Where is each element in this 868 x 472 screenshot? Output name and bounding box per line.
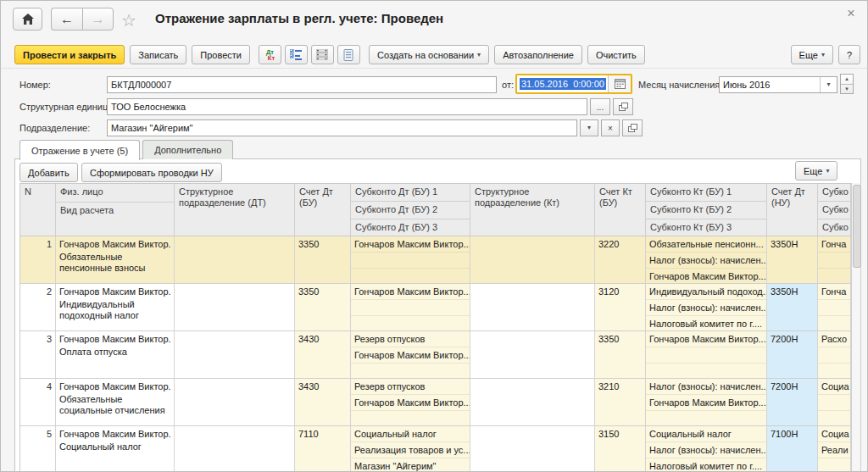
cell-person[interactable]: Гончаров Максим Виктор...Индивидуальный … [56, 284, 175, 331]
cell-account-kt-bu[interactable]: 3210 [595, 379, 646, 426]
cell-subconto-kt[interactable]: Обязательные пенсионн...Налог (взносы): … [646, 236, 767, 284]
cell-person[interactable]: Гончаров Максим Виктор...Обязательные пе… [56, 236, 175, 284]
cell-struct-dt[interactable] [175, 331, 295, 379]
close-icon[interactable]: × [843, 6, 859, 21]
cell-account-kt-bu[interactable]: 3150 [595, 426, 646, 472]
accrual-month-input[interactable]: Июнь 2016 ▾ [719, 76, 837, 93]
subconto-line [351, 315, 470, 330]
autofill-button[interactable]: Автозаполнение [494, 45, 582, 64]
report-document-button[interactable] [337, 45, 360, 64]
cell-account-dt-nu[interactable]: 3350Н [767, 236, 818, 284]
cell-account-kt-bu[interactable]: 3350 [595, 331, 646, 379]
table-row[interactable]: 3Гончаров Максим Виктор...Оплата отпуска… [20, 331, 851, 379]
help-button[interactable]: ? [838, 45, 860, 64]
table-row[interactable]: 1Гончаров Максим Виктор...Обязательные п… [20, 236, 851, 284]
month-dropdown-button[interactable]: ▾ [820, 77, 837, 92]
cell-line-number[interactable]: 1 [20, 236, 56, 284]
department-input[interactable]: Магазин "Айгерим" [107, 119, 577, 136]
cell-person[interactable]: Гончаров Максим Виктор...Оплата отпуска [56, 331, 175, 379]
date-input[interactable]: 31.05.2016 0:00:00 [517, 75, 608, 92]
accrual-month-value: Июнь 2016 [723, 80, 771, 90]
cell-subconto-nu[interactable]: СоциаРеали [818, 426, 851, 472]
cell-account-dt-nu[interactable]: 3350Н [767, 284, 818, 331]
cell-struct-dt[interactable] [175, 379, 295, 426]
cell-subconto-kt[interactable]: Гончаров Максим Виктор... [646, 331, 767, 379]
home-button[interactable] [13, 8, 42, 31]
list-icon [316, 49, 328, 60]
cell-subconto-nu[interactable]: Расхо [818, 331, 851, 379]
cell-struct-dt[interactable] [175, 284, 295, 331]
cell-account-dt-bu[interactable]: 3350 [295, 284, 351, 331]
create-based-on-button[interactable]: Создать на основании ▾ [369, 45, 489, 64]
cell-subconto-kt[interactable]: Индивидуальный подоход...Налог (взносы):… [646, 284, 767, 331]
cell-account-dt-bu[interactable]: 3430 [295, 379, 351, 426]
cell-account-kt-bu[interactable]: 3220 [595, 236, 646, 284]
header-subconto-dt: Субконто Дт (БУ) 1 Субконто Дт (БУ) 2 Су… [351, 184, 470, 236]
scrollbar-thumb[interactable] [853, 185, 861, 268]
cell-struct-dt[interactable] [175, 236, 295, 284]
form-nu-postings-button[interactable]: Сформировать проводки НУ [81, 163, 222, 182]
tab-bar: Отражение в учете (5) Дополнительно [19, 140, 233, 160]
structural-unit-input[interactable]: ТОО Белоснежка [107, 98, 587, 115]
cell-line-number[interactable]: 3 [20, 331, 56, 379]
back-button[interactable]: ← [51, 8, 82, 31]
cell-subconto-dt[interactable]: Резерв отпусковГончаров Максим Виктор... [351, 379, 470, 426]
favorite-star-icon[interactable]: ☆ [121, 10, 136, 31]
cell-subconto-dt[interactable]: Гончаров Максим Виктор... [351, 236, 470, 284]
cell-line-number[interactable]: 2 [20, 284, 56, 331]
cell-person[interactable]: Гончаров Максим Виктор...Обязательные со… [56, 379, 175, 426]
cell-struct-kt[interactable] [470, 236, 595, 284]
dt-kt-postings-button[interactable]: ДтКт [259, 45, 281, 64]
cell-line-number[interactable]: 5 [20, 426, 56, 472]
spin-up-button[interactable]: ▴ [841, 75, 853, 85]
cell-line-number[interactable]: 4 [20, 379, 56, 426]
structural-unit-open-button[interactable] [613, 98, 633, 115]
table-row[interactable]: 4Гончаров Максим Виктор...Обязательные с… [20, 379, 851, 426]
cell-account-dt-nu[interactable]: 7100Н [767, 426, 818, 472]
add-row-button[interactable]: Добавить [19, 163, 78, 182]
spin-down-button[interactable]: ▾ [841, 85, 853, 94]
cell-account-dt-bu[interactable]: 7110 [295, 426, 351, 472]
post-button[interactable]: Провести [192, 45, 250, 64]
cell-account-dt-nu[interactable]: 7200Н [767, 331, 818, 379]
cell-struct-kt[interactable] [470, 426, 595, 472]
vertical-scrollbar[interactable] [851, 183, 861, 472]
cell-account-dt-nu[interactable]: 7200Н [767, 379, 818, 426]
cell-subconto-dt[interactable]: Гончаров Максим Виктор... [351, 284, 470, 331]
cell-account-dt-bu[interactable]: 3350 [295, 236, 351, 284]
cell-person[interactable]: Гончаров Максим Виктор...Социальный нало… [56, 426, 175, 472]
list-view-button[interactable] [311, 45, 334, 64]
department-clear-button[interactable]: × [601, 119, 620, 136]
cell-subconto-kt[interactable]: Налог (взносы): начислен...Гончаров Макс… [646, 379, 767, 426]
calendar-button[interactable] [608, 75, 631, 92]
cell-subconto-nu[interactable]: Гонча [818, 284, 851, 331]
write-button[interactable]: Записать [130, 45, 186, 64]
cell-struct-kt[interactable] [470, 379, 595, 426]
structural-unit-choose-button[interactable]: ... [590, 98, 610, 115]
number-input[interactable]: БКТДЛ000007 [107, 76, 497, 93]
tab-additional[interactable]: Дополнительно [142, 140, 233, 159]
cell-struct-kt[interactable] [470, 331, 595, 379]
clear-button[interactable]: Очистить [587, 45, 645, 64]
grid-rows: 1Гончаров Максим Виктор...Обязательные п… [20, 236, 851, 472]
table-row[interactable]: 2Гончаров Максим Виктор...Индивидуальный… [20, 284, 851, 331]
posting-settings-button[interactable] [285, 45, 308, 64]
department-open-button[interactable] [622, 119, 643, 136]
cell-subconto-dt[interactable]: Социальный налогРеализация товаров и ус.… [351, 426, 470, 472]
department-dropdown-button[interactable]: ▾ [580, 119, 598, 136]
cell-struct-dt[interactable] [175, 426, 295, 472]
forward-button[interactable]: → [82, 8, 114, 31]
more-button[interactable]: Еще ▾ [791, 45, 833, 64]
cell-account-dt-bu[interactable]: 3430 [295, 331, 351, 379]
table-row[interactable]: 5Гончаров Максим Виктор...Социальный нал… [20, 426, 851, 472]
cell-account-kt-bu[interactable]: 3120 [595, 284, 646, 331]
post-and-close-button[interactable]: Провести и закрыть [14, 45, 125, 64]
cell-subconto-nu[interactable]: Социа [818, 379, 851, 426]
cell-struct-kt[interactable] [470, 284, 595, 331]
cell-subconto-nu[interactable]: Гонча [818, 236, 851, 284]
calc-type: Обязательные социальные отчисления [59, 394, 170, 416]
table-more-button[interactable]: Еще ▾ [795, 161, 837, 180]
cell-subconto-dt[interactable]: Резерв отпусковГончаров Максим Виктор... [351, 331, 470, 379]
tab-reflection-in-accounting[interactable]: Отражение в учете (5) [19, 140, 140, 160]
cell-subconto-kt[interactable]: Социальный налогНалог (взносы): начислен… [646, 426, 767, 472]
